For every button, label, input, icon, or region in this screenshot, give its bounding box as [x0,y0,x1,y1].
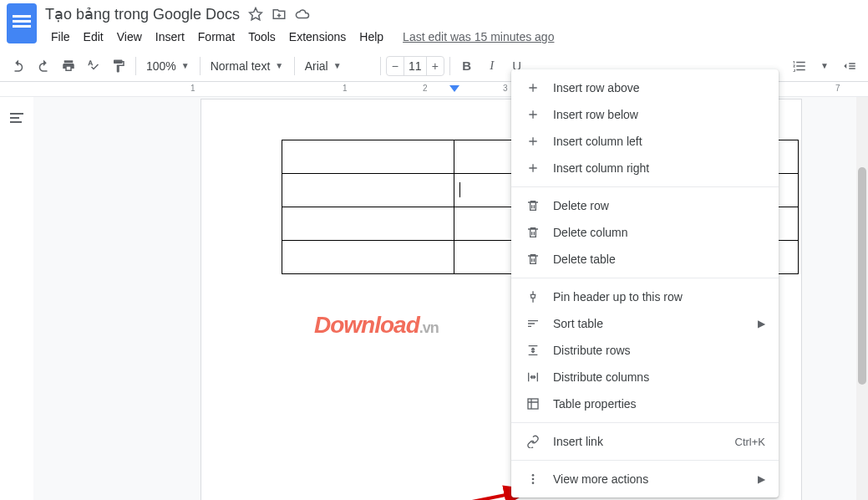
menu-delete-row[interactable]: Delete row [511,192,779,219]
header: Tạo bảng trong Google Docs File Edit Vie… [0,0,868,50]
menu-label: Sort table [553,317,758,330]
link-icon [525,433,541,450]
submenu-arrow-icon: ▶ [758,318,765,329]
scrollbar-thumb[interactable] [858,167,866,385]
trash-icon [525,224,541,241]
svg-line-3 [384,490,530,500]
italic-button[interactable]: I [480,54,504,78]
table-icon [525,395,541,412]
menu-insert-row-below[interactable]: Insert row below [511,101,779,128]
ruler-tick: 2 [423,84,428,93]
ruler-tick: 1 [190,84,195,93]
list-dropdown-button[interactable]: ▼ [813,54,836,78]
menu-insert[interactable]: Insert [150,27,190,47]
chevron-down-icon: ▼ [333,61,342,70]
menu-file[interactable]: File [45,27,76,47]
trash-icon [525,197,541,214]
ruler-tick: 3 [503,84,508,93]
svg-rect-4 [528,399,538,409]
menu-edit[interactable]: Edit [78,27,109,47]
zoom-value: 100% [146,59,176,73]
menu-tools[interactable]: Tools [242,27,282,47]
svg-point-7 [532,482,535,484]
menu-label: Insert column left [553,135,765,148]
chevron-down-icon: ▼ [275,61,283,70]
inner-scrollbar[interactable] [856,97,868,500]
font-size-decrease-button[interactable]: − [387,57,404,75]
paragraph-style-select[interactable]: Normal text▼ [206,54,289,78]
toolbar-separator [294,57,295,75]
svg-marker-1 [449,85,459,92]
table-context-menu: Insert row above Insert row below Insert… [511,69,779,497]
svg-point-6 [532,478,535,481]
menu-delete-column[interactable]: Delete column [511,219,779,246]
indent-decrease-button[interactable] [838,54,861,78]
move-folder-icon[interactable] [272,7,287,22]
toolbar-separator [135,57,136,75]
style-value: Normal text [211,59,271,73]
plus-icon [525,79,541,96]
pin-icon [525,288,541,305]
toolbar-separator [449,57,450,75]
cloud-status-icon[interactable] [295,7,310,22]
zoom-select[interactable]: 100%▼ [141,54,195,78]
menu-table-properties[interactable]: Table properties [511,390,779,417]
plus-icon [525,160,541,176]
font-value: Arial [305,59,328,73]
font-select[interactable]: Arial▼ [300,54,375,78]
sort-icon [525,315,541,332]
submenu-arrow-icon: ▶ [758,473,765,485]
menu-insert-column-right[interactable]: Insert column right [511,155,779,181]
chevron-down-icon: ▼ [181,61,190,70]
distribute-columns-icon [525,369,541,385]
toolbar-separator [380,57,381,75]
spellcheck-button[interactable] [82,54,105,78]
menu-view[interactable]: View [111,27,148,47]
menu-separator [511,186,779,187]
outline-toggle-icon[interactable] [8,109,26,127]
indent-marker-icon[interactable] [449,85,459,95]
menu-separator [511,278,779,278]
menu-sort-table[interactable]: Sort table ▶ [511,310,779,337]
table-cell[interactable] [282,241,454,274]
menu-insert-row-above[interactable]: Insert row above [511,74,779,101]
menu-label: Insert row above [553,81,765,94]
menu-label: Table properties [553,397,765,411]
table-cell[interactable] [282,174,454,207]
menu-label: Delete column [553,226,765,239]
trash-icon [525,251,541,268]
star-icon[interactable] [248,7,263,22]
menu-view-more-actions[interactable]: View more actions ▶ [511,466,779,492]
menu-help[interactable]: Help [353,27,389,47]
font-size-value[interactable]: 11 [404,57,427,75]
document-title[interactable]: Tạo bảng trong Google Docs [45,5,240,23]
svg-marker-0 [250,8,262,20]
watermark: Download.vn [314,312,439,339]
menu-distribute-columns[interactable]: Distribute columns [511,364,779,390]
menu-pin-header[interactable]: Pin header up to this row [511,283,779,310]
docs-logo-icon[interactable] [7,3,37,43]
menu-distribute-rows[interactable]: Distribute rows [511,337,779,364]
menu-label: Insert row below [553,108,765,121]
numbered-list-button[interactable] [788,54,811,78]
menu-shortcut: Ctrl+K [735,436,765,448]
menu-format[interactable]: Format [192,27,241,47]
menu-delete-table[interactable]: Delete table [511,246,779,273]
font-size-increase-button[interactable]: + [427,57,444,75]
menu-insert-column-left[interactable]: Insert column left [511,128,779,155]
font-size-control: − 11 + [386,56,444,76]
distribute-rows-icon [525,342,541,359]
undo-button[interactable] [7,54,30,78]
table-cell[interactable] [282,207,454,241]
svg-point-5 [532,474,535,477]
table-cell[interactable] [282,140,454,174]
menu-insert-link[interactable]: Insert link Ctrl+K [511,428,779,455]
menu-separator [511,422,779,423]
bold-button[interactable]: B [455,54,479,78]
redo-button[interactable] [32,54,55,78]
last-edit-link[interactable]: Last edit was 15 minutes ago [403,30,554,43]
paint-format-button[interactable] [107,54,130,78]
print-button[interactable] [57,54,80,78]
toolbar-separator [200,57,201,75]
menu-extensions[interactable]: Extensions [283,27,352,47]
